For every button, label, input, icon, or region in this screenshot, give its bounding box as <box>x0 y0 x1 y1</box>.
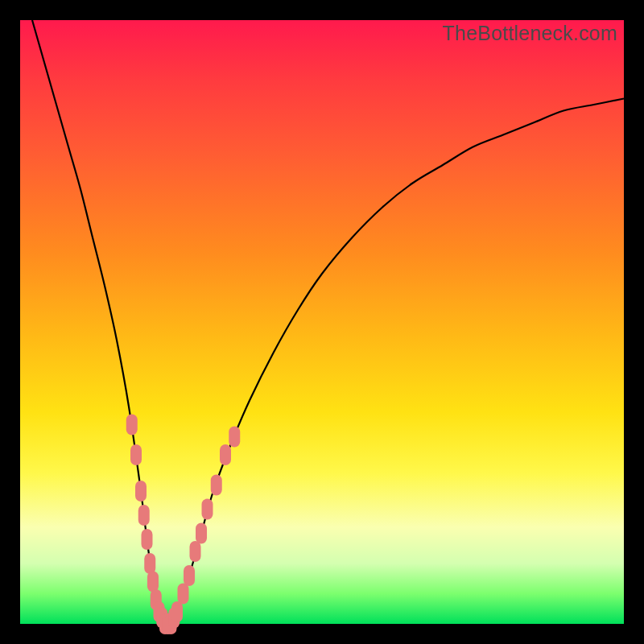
curve-marker <box>138 505 150 526</box>
chart-frame: TheBottleneck.com <box>20 20 624 624</box>
marker-group <box>126 415 241 635</box>
curve-marker <box>126 415 138 436</box>
curve-marker <box>229 427 240 448</box>
curve-marker <box>147 572 159 592</box>
curve-marker <box>171 601 183 622</box>
curve-marker <box>144 553 155 574</box>
curve-marker <box>220 444 231 465</box>
curve-marker <box>142 529 153 550</box>
curve-marker <box>211 475 222 496</box>
curve-marker <box>135 481 147 502</box>
curve-marker <box>178 584 189 605</box>
watermark-text: TheBottleneck.com <box>443 22 617 45</box>
bottleneck-curve <box>32 20 624 625</box>
curve-marker <box>190 541 201 562</box>
chart-svg <box>20 20 624 624</box>
curve-marker <box>130 444 142 465</box>
curve-marker <box>184 565 195 586</box>
curve-marker <box>202 499 213 520</box>
curve-marker <box>196 523 207 544</box>
